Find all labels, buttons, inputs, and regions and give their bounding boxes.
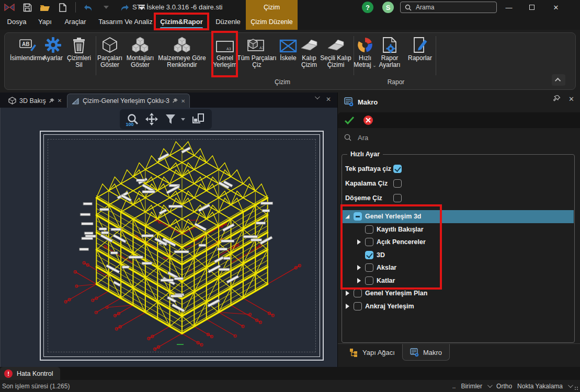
user-avatar[interactable]: S xyxy=(382,2,394,13)
error-strip: ! Hata Kontrol xyxy=(0,367,580,380)
selected-formwork-plane-icon xyxy=(326,34,345,53)
ribbon-tum-parcalari-ciz-button[interactable]: A3 Tüm Parçaları Çiz xyxy=(235,34,279,74)
redo-icon[interactable] xyxy=(119,2,129,13)
status-birimler[interactable]: Birimler xyxy=(461,383,482,390)
pan-button[interactable] xyxy=(145,113,158,125)
tree-checkbox[interactable] xyxy=(354,289,362,297)
filter-dropdown-chevron-icon[interactable] xyxy=(181,118,185,121)
quick-option-0[interactable]: Tek paftaya çiz xyxy=(345,164,402,174)
tree-row-7[interactable]: Ankraj Yerleşim xyxy=(342,300,574,313)
tree-checkbox[interactable] xyxy=(365,251,373,259)
menu-araclar[interactable]: Araçlar xyxy=(62,15,89,30)
open-folder-icon[interactable] xyxy=(40,2,50,13)
makro-search-input[interactable]: Ara xyxy=(338,130,580,145)
resize-grip[interactable] xyxy=(575,387,579,391)
panel-pin-icon[interactable] xyxy=(553,95,560,103)
cancel-button[interactable] xyxy=(363,115,373,125)
hata-kontrol-tab[interactable]: ! Hata Kontrol xyxy=(0,367,60,380)
menu-cizim-rapor[interactable]: Çizim&Rapor xyxy=(158,15,205,30)
active-menu-underline xyxy=(160,27,203,29)
undo-icon[interactable] xyxy=(83,2,94,13)
expander-collapsed-icon[interactable] xyxy=(356,278,362,283)
expander-collapsed-icon[interactable] xyxy=(356,265,362,270)
menu-tasarim-ve-analiz[interactable]: Tasarım Ve Analiz xyxy=(96,15,155,30)
quick-option-2[interactable]: Döşeme Çiz xyxy=(345,193,402,203)
maximize-button[interactable] xyxy=(523,0,541,15)
undo-history-chevron-icon[interactable] xyxy=(101,2,111,13)
birimler-chevron-icon[interactable] xyxy=(487,383,493,388)
tree-checkbox[interactable] xyxy=(354,302,362,310)
tree-row-6[interactable]: Genel Yerleşim Plan xyxy=(342,287,574,300)
ribbon-separator xyxy=(436,36,436,75)
ribbon-iskele-button[interactable]: İskele xyxy=(278,34,299,74)
tab-makro[interactable]: Makro xyxy=(402,344,450,361)
cube-sheet-a3-icon: A3 xyxy=(247,34,267,53)
expander-expanded-icon[interactable]: ◢ xyxy=(344,214,350,219)
tree-checkbox[interactable] xyxy=(365,263,373,272)
tree-row-5[interactable]: Katlar xyxy=(342,274,574,287)
context-cizim[interactable]: Çizim xyxy=(246,0,298,15)
tree-row-0[interactable]: ◢ Genel Yerleşim 3d xyxy=(342,210,574,223)
expander-collapsed-icon[interactable] xyxy=(344,291,350,296)
makro-tree: ◢ Genel Yerleşim 3d Kayıtlı Bakışlar Açı… xyxy=(342,210,574,313)
minimize-button[interactable]: — xyxy=(500,0,518,15)
tree-row-3[interactable]: 3D xyxy=(342,249,574,262)
tab-3d-bakis[interactable]: 3D Bakış ✕ xyxy=(4,94,66,108)
status-nokta-yakalama[interactable]: Nokta Yakalama xyxy=(517,383,563,390)
sheet-layout-button[interactable] xyxy=(192,113,204,125)
ribbon-genel-yerlesim-button[interactable]: A3 Genel Yerleşim xyxy=(212,34,237,74)
checkbox-tek-paftaya-ciz[interactable] xyxy=(393,165,402,173)
tree-checkbox[interactable] xyxy=(365,276,373,285)
menu-duzenle[interactable]: Düzenle xyxy=(214,15,242,30)
close-pane-icon[interactable]: ✕ xyxy=(326,96,331,103)
quick-option-1[interactable]: Kapalama Çiz xyxy=(345,178,402,189)
checkbox-doseme-ciz[interactable] xyxy=(393,194,402,202)
zoom-100-button[interactable]: 100 xyxy=(127,113,139,125)
document-tab-strip: 3D Bakış ✕ Çizim-Genel Yerleşim Çoklu-3 … xyxy=(0,93,337,108)
expander-collapsed-icon[interactable] xyxy=(356,239,362,245)
drawing-viewport[interactable]: 100 xyxy=(0,108,337,367)
ribbon-group-cizim: Çizim xyxy=(259,78,306,86)
help-button[interactable]: ? xyxy=(362,2,373,13)
pin-icon[interactable] xyxy=(173,98,178,103)
ribbon-rapor-ayarlari-button[interactable]: Rapor Ayarları xyxy=(375,34,404,74)
ribbon-raporlar-button[interactable]: Raporlar xyxy=(406,34,434,74)
checkbox-kapalama-ciz[interactable] xyxy=(393,179,402,188)
rename-ab-icon: AB xyxy=(19,34,37,53)
expander-collapsed-icon[interactable] xyxy=(344,304,350,309)
tab-yapi-agaci[interactable]: Yapı Ağacı xyxy=(342,344,402,361)
context-cizim-duzenle[interactable]: Çizim Düzenle xyxy=(246,15,298,29)
tree-row-2[interactable]: Açık Pencereler xyxy=(342,236,574,249)
global-search-input[interactable]: Arama xyxy=(400,2,497,13)
apply-check-button[interactable] xyxy=(344,116,355,124)
nokta-yakalama-chevron-icon[interactable] xyxy=(568,383,573,388)
tree-checkbox[interactable] xyxy=(365,238,373,246)
close-tab-icon[interactable]: ✕ xyxy=(58,98,62,103)
tree-checkbox[interactable] xyxy=(365,225,373,234)
ribbon-cizimleri-sil-button[interactable]: Çizimleri Sil xyxy=(64,34,94,74)
ribbon-malzemeye-gore-renklendir-button[interactable]: Malzemeye Göre Renklendir xyxy=(155,34,209,74)
save-icon[interactable] xyxy=(22,2,32,13)
pin-icon[interactable] xyxy=(49,98,54,103)
new-file-icon[interactable] xyxy=(58,2,68,13)
tab-cizim-genel-yerlesim[interactable]: Çizim-Genel Yerleşim Çoklu-3 ✕ xyxy=(67,94,190,108)
ribbon-montajlari-goster-button[interactable]: Montajları Göster xyxy=(121,34,160,74)
close-button[interactable]: ✕ xyxy=(547,0,565,15)
menu-dosya[interactable]: Dosya xyxy=(5,15,28,30)
menu-yapi[interactable]: Yapı xyxy=(36,15,54,30)
panel-close-icon[interactable]: ✕ xyxy=(568,95,574,103)
tree-row-4[interactable]: Akslar xyxy=(342,261,574,274)
tree-checkbox[interactable] xyxy=(354,212,362,221)
close-tab-icon[interactable]: ✕ xyxy=(181,98,185,104)
filter-button[interactable] xyxy=(165,114,185,124)
ribbon-ayarlar-button[interactable]: Ayarlar xyxy=(41,34,65,74)
sheet-a3-icon: A3 xyxy=(215,34,234,53)
tree-row-1[interactable]: Kayıtlı Bakışlar xyxy=(342,223,574,236)
ribbon-secili-kalip-cizimi-button[interactable]: Seçili Kalıp Çizimi xyxy=(315,34,356,74)
svg-text:AB: AB xyxy=(22,41,29,47)
ribbon-collapse-button[interactable] xyxy=(552,74,565,86)
tab-list-chevron-icon[interactable] xyxy=(315,94,320,99)
app-window: STA İskele 3.0.316 -6 daire.sti ? S Aram… xyxy=(0,0,580,392)
status-ortho[interactable]: Ortho xyxy=(496,383,512,390)
model-canvas[interactable] xyxy=(48,139,316,352)
